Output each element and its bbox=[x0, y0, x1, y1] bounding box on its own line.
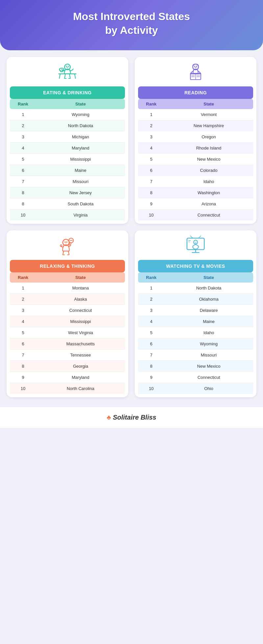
rank-cell: 9 bbox=[10, 372, 36, 383]
rank-cell: 10 bbox=[10, 210, 36, 220]
rank-cell: 6 bbox=[138, 338, 164, 349]
rank-cell: 2 bbox=[138, 120, 164, 131]
brand-name: Solitaire Bliss bbox=[113, 414, 156, 421]
watching-icon-area bbox=[135, 230, 256, 260]
rank-cell: 4 bbox=[10, 316, 36, 327]
watching-state-header: State bbox=[164, 272, 253, 283]
table-row: 10Connecticut bbox=[138, 210, 253, 220]
state-cell: Wyoming bbox=[36, 109, 125, 120]
state-cell: Virginia bbox=[36, 210, 125, 220]
rank-cell: 3 bbox=[10, 305, 36, 316]
state-cell: New Mexico bbox=[164, 154, 253, 165]
rank-cell: 1 bbox=[10, 283, 36, 293]
rank-cell: 3 bbox=[138, 305, 164, 316]
main-content: EATING & DRINKING Rank State 1Wyoming2No… bbox=[0, 50, 263, 404]
svg-point-9 bbox=[196, 66, 197, 67]
reading-category-header: READING bbox=[138, 86, 253, 99]
rank-cell: 8 bbox=[10, 198, 36, 209]
state-cell: Georgia bbox=[36, 361, 125, 372]
svg-point-18 bbox=[66, 241, 67, 242]
relaxing-icon-area bbox=[7, 230, 128, 260]
rank-cell: 10 bbox=[138, 383, 164, 394]
table-row: 9Arizona bbox=[138, 198, 253, 210]
state-cell: Rhode Island bbox=[164, 143, 253, 153]
rank-cell: 6 bbox=[10, 165, 36, 176]
rank-cell: 2 bbox=[10, 294, 36, 305]
table-row: 1North Dakota bbox=[138, 283, 253, 294]
reading-icon-area bbox=[135, 57, 256, 86]
table-row: 4Mississippi bbox=[10, 316, 125, 327]
brand-logo: ♣ Solitaire Bliss bbox=[7, 414, 256, 421]
brand-icon: ♣ bbox=[107, 414, 111, 421]
table-row: 6Maine bbox=[10, 165, 125, 176]
state-cell: South Dakota bbox=[36, 198, 125, 209]
table-row: 9Maryland bbox=[10, 372, 125, 383]
table-row: 4Maine bbox=[138, 316, 253, 327]
rank-cell: 4 bbox=[10, 143, 36, 153]
table-row: 7Tennessee bbox=[10, 350, 125, 361]
table-row: 1Wyoming bbox=[10, 109, 125, 120]
state-cell: Idaho bbox=[164, 176, 253, 187]
relaxing-category-header: RELAXING & THINKING bbox=[10, 260, 125, 272]
table-row: 8Georgia bbox=[10, 361, 125, 372]
state-cell: New Jersey bbox=[36, 187, 125, 198]
relaxing-table-body: 1Montana2Alaska3Connecticut4Mississippi5… bbox=[7, 283, 128, 394]
table-row: 1Vermont bbox=[138, 109, 253, 120]
table-row: 6Massachusetts bbox=[10, 338, 125, 350]
rank-cell: 3 bbox=[10, 131, 36, 142]
table-row: 2North Dakota bbox=[10, 120, 125, 131]
rank-cell: 5 bbox=[10, 327, 36, 338]
rank-cell: 10 bbox=[10, 383, 36, 394]
table-row: 5Mississippi bbox=[10, 154, 125, 165]
svg-point-21 bbox=[69, 244, 70, 245]
page-title: Most Introverted States by Activity bbox=[7, 10, 256, 37]
relaxing-rank-header: Rank bbox=[10, 272, 36, 283]
state-cell: Maryland bbox=[36, 143, 125, 153]
eating-table-body: 1Wyoming2North Dakota3Michigan4Maryland5… bbox=[7, 109, 128, 220]
rank-cell: 3 bbox=[138, 131, 164, 142]
rank-cell: 5 bbox=[138, 327, 164, 338]
rank-cell: 5 bbox=[10, 154, 36, 165]
rank-cell: 7 bbox=[138, 176, 164, 187]
state-cell: Maryland bbox=[36, 372, 125, 383]
rank-cell: 4 bbox=[138, 143, 164, 153]
table-row: 10North Carolina bbox=[10, 383, 125, 394]
table-row: 10Ohio bbox=[138, 383, 253, 394]
table-row: 4Rhode Island bbox=[138, 143, 253, 154]
state-cell: Connecticut bbox=[164, 210, 253, 220]
eating-rank-header: Rank bbox=[10, 99, 36, 109]
svg-point-17 bbox=[65, 241, 66, 242]
rank-cell: 8 bbox=[138, 361, 164, 372]
state-cell: Tennessee bbox=[36, 350, 125, 360]
relaxing-card: RELAXING & THINKING Rank State 1Montana2… bbox=[7, 230, 128, 397]
eating-icon bbox=[56, 62, 79, 85]
state-cell: Michigan bbox=[36, 131, 125, 142]
state-cell: Montana bbox=[36, 283, 125, 293]
state-cell: North Dakota bbox=[164, 283, 253, 293]
table-row: 8New Mexico bbox=[138, 361, 253, 372]
rank-cell: 2 bbox=[138, 294, 164, 305]
state-cell: Oklahoma bbox=[164, 294, 253, 305]
reading-state-header: State bbox=[164, 99, 253, 109]
rank-cell: 9 bbox=[138, 198, 164, 209]
svg-point-8 bbox=[194, 66, 195, 67]
rank-cell: 2 bbox=[10, 120, 36, 131]
state-cell: North Carolina bbox=[36, 383, 125, 394]
rank-cell: 1 bbox=[138, 283, 164, 293]
eating-state-header: State bbox=[36, 99, 125, 109]
relaxing-icon bbox=[56, 235, 79, 258]
rank-cell: 8 bbox=[10, 361, 36, 372]
table-row: 5New Mexico bbox=[138, 154, 253, 165]
rank-cell: 4 bbox=[138, 316, 164, 327]
reading-card: READING Rank State 1Vermont2New Hampshir… bbox=[135, 57, 256, 224]
reading-rank-header: Rank bbox=[138, 99, 164, 109]
state-cell: New Hampshire bbox=[164, 120, 253, 131]
watching-icon bbox=[184, 235, 207, 258]
state-cell: Mississippi bbox=[36, 154, 125, 165]
page-footer: ♣ Solitaire Bliss bbox=[0, 407, 263, 428]
watching-category-header: WATCHING TV & MOVIES bbox=[138, 260, 253, 272]
state-cell: Missouri bbox=[164, 350, 253, 360]
relaxing-col-headers: Rank State bbox=[10, 272, 125, 283]
rank-cell: 5 bbox=[138, 154, 164, 165]
table-row: 2New Hampshire bbox=[138, 120, 253, 131]
